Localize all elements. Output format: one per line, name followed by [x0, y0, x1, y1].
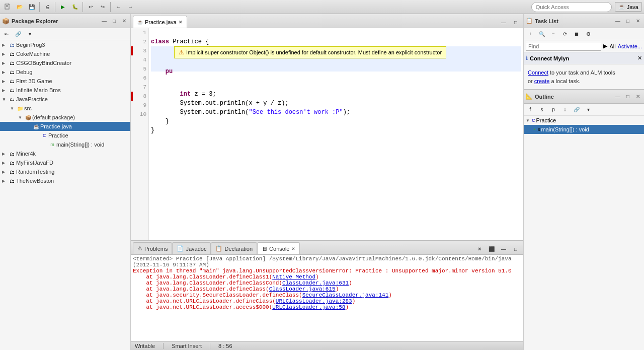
outline-item-main[interactable]: • s main(String[]) : void	[524, 125, 644, 134]
code-editor[interactable]: ⚠ Implicit super constructor Object() is…	[149, 28, 523, 240]
close-task-button[interactable]: ✕	[634, 17, 642, 25]
connect-link[interactable]: Connect	[528, 69, 548, 76]
classloader-631-link[interactable]: ClassLoader.java:631	[282, 280, 349, 286]
collapse-all-button[interactable]: ⇤	[1, 29, 12, 40]
tree-item-src[interactable]: ▼ 📁 src	[0, 104, 130, 113]
tree-label: src	[24, 105, 32, 111]
minimize-editor-button[interactable]: —	[498, 17, 509, 28]
java-icon: ☕	[618, 4, 625, 10]
tree-item-main-method[interactable]: m main(String[]) : void	[0, 140, 130, 149]
close-pkg-button[interactable]: ✕	[120, 17, 128, 25]
tree-item-practice-java[interactable]: ☕ Practice.java	[0, 122, 130, 131]
print-button[interactable]: 🖨	[42, 2, 53, 13]
classloader-615-link[interactable]: ClassLoader.java:615	[269, 286, 336, 292]
mylyn-connect-area: Connect to your task and ALM tools or cr…	[524, 64, 644, 89]
task-filter-button[interactable]: 🔍	[536, 29, 547, 40]
redo-button[interactable]: ↪	[97, 2, 108, 13]
code-text	[151, 91, 180, 98]
pkg-view-menu-button[interactable]: ▾	[24, 29, 35, 40]
clear-console-button[interactable]: ✕	[474, 243, 485, 254]
outline-link[interactable]: 🔗	[571, 104, 582, 115]
tab-console[interactable]: 🖥 Console ✕	[257, 242, 300, 254]
tree-item-infinitemario[interactable]: ▶ 🗂 Infinite Mario Bros	[0, 86, 130, 95]
mylyn-close-icon[interactable]: ✕	[637, 55, 642, 61]
maximize-editor-button[interactable]: □	[510, 17, 521, 28]
expand-arrow: ▶	[2, 161, 8, 165]
close-outline-button[interactable]: ✕	[634, 93, 642, 101]
run-button[interactable]: ▶	[57, 2, 68, 13]
tree-label: Miner4k	[16, 151, 36, 157]
nav-back-button[interactable]: ←	[113, 2, 124, 13]
outline-item-practice[interactable]: ▼ C Practice	[524, 116, 644, 125]
outline-hide-fields[interactable]: f	[525, 104, 536, 115]
task-list-panel: 📋 Task List — □ ✕ + 🔍 ≡ ⟳ ⏹ ⚙ ▶ All Acti…	[524, 14, 644, 90]
tree-item-csgobuy[interactable]: ▶ 🗂 CSGOBuyBindCreator	[0, 58, 130, 67]
minimize-outline-button[interactable]: —	[614, 93, 622, 101]
create-link[interactable]: create	[534, 78, 550, 84]
project-icon: 🗂	[8, 169, 16, 175]
native-method-link[interactable]: Native Method	[272, 274, 315, 280]
secureclassloader-link[interactable]: SecureClassLoader.java:141	[302, 292, 389, 298]
tree-item-thenewboston[interactable]: ▶ 🗂 TheNewBoston	[0, 176, 130, 185]
tree-label: CokeMachine	[16, 51, 50, 57]
maximize-outline-button[interactable]: □	[624, 93, 632, 101]
package-explorer-header: 📦 Package Explorer — □ ✕	[0, 14, 130, 28]
minimize-task-button[interactable]: —	[614, 17, 622, 25]
task-deactivate-button[interactable]: ⏹	[571, 29, 582, 40]
outline-sort[interactable]: ↕	[559, 104, 571, 115]
tree-item-beginprog3[interactable]: ▶ 🗂 BeginProg3	[0, 40, 130, 49]
tree-item-default-pkg[interactable]: ▼ 📦 (default package)	[0, 113, 130, 122]
expand-arrow: ▼	[526, 118, 532, 123]
debug-button[interactable]: 🐛	[69, 2, 80, 13]
tab-javadoc[interactable]: 📄 Javadoc	[172, 242, 211, 254]
writable-status: Writable	[135, 343, 164, 349]
activate-label[interactable]: Activate...	[618, 43, 642, 49]
outline-view-menu[interactable]: ▾	[583, 104, 594, 115]
urlclassloader-58-link[interactable]: URLClassLoader.java:58	[272, 304, 345, 310]
minimize-pkg-button[interactable]: —	[100, 17, 108, 25]
all-label: All	[609, 43, 615, 49]
editor-tab-practice[interactable]: ☕ Practice.java ✕	[133, 16, 187, 28]
outline-hide-nonpublic[interactable]: p	[548, 104, 559, 115]
tree-item-javapractice[interactable]: ▼ 🗂 JavaPractice	[0, 95, 130, 104]
minimize-bottom-button[interactable]: —	[498, 243, 509, 254]
task-settings-button[interactable]: ⚙	[583, 29, 594, 40]
task-find-input[interactable]	[526, 42, 601, 51]
maximize-task-button[interactable]: □	[624, 17, 632, 25]
tree-item-randomtesting[interactable]: ▶ 🗂 RandomTesting	[0, 167, 130, 176]
indent-text: at java.security.SecureClassLoader.defin…	[133, 292, 302, 298]
new-button[interactable]	[2, 2, 13, 13]
project-icon: 🗂	[8, 88, 16, 93]
link-editor-button[interactable]: 🔗	[13, 29, 24, 40]
package-explorer-title: Package Explorer	[12, 18, 98, 24]
urlclassloader-283-link[interactable]: URLClassLoader.java:283	[276, 298, 352, 304]
quick-access-input[interactable]	[531, 2, 612, 12]
tree-item-miner4k[interactable]: ▶ 🗂 Miner4k	[0, 149, 130, 158]
task-sync-button[interactable]: ⟳	[559, 29, 571, 40]
undo-button[interactable]: ↩	[85, 2, 96, 13]
tree-item-myfirstjavafd[interactable]: ▶ 🗂 MyFirstJavaFD	[0, 158, 130, 167]
code-line-4	[151, 72, 521, 81]
close-console-icon[interactable]: ✕	[291, 246, 295, 251]
new-task-button[interactable]: +	[525, 29, 536, 40]
stop-button[interactable]: ⬛	[486, 243, 497, 254]
tree-item-debug[interactable]: ▶ 🗂 Debug	[0, 67, 130, 77]
console-error-line-7: at java.net.URLClassLoader.access$000(UR…	[133, 304, 521, 310]
maximize-pkg-button[interactable]: □	[110, 17, 118, 25]
close-tab-icon[interactable]: ✕	[179, 20, 183, 25]
tree-item-practice-class[interactable]: C Practice	[0, 131, 130, 140]
maximize-bottom-button[interactable]: □	[510, 243, 521, 254]
tree-label: MyFirstJavaFD	[16, 160, 53, 166]
tree-item-cokemachine[interactable]: ▶ 🗂 CokeMachine	[0, 49, 130, 58]
outline-hide-static[interactable]: s	[536, 104, 547, 115]
tab-declaration[interactable]: 📋 Declaration	[211, 242, 257, 254]
perspective-java[interactable]: ☕ Java	[615, 2, 642, 12]
save-button[interactable]: 💾	[26, 2, 37, 13]
project-icon: 🗂	[8, 151, 16, 157]
nav-fwd-button[interactable]: →	[125, 2, 136, 13]
tab-problems[interactable]: ⚠ Problems	[133, 242, 172, 254]
tree-label: (default package)	[32, 114, 75, 120]
open-button[interactable]: 📂	[14, 2, 25, 13]
task-view-button[interactable]: ≡	[548, 29, 559, 40]
tree-item-first3dgame[interactable]: ▶ 🗂 First 3D Game	[0, 77, 130, 86]
